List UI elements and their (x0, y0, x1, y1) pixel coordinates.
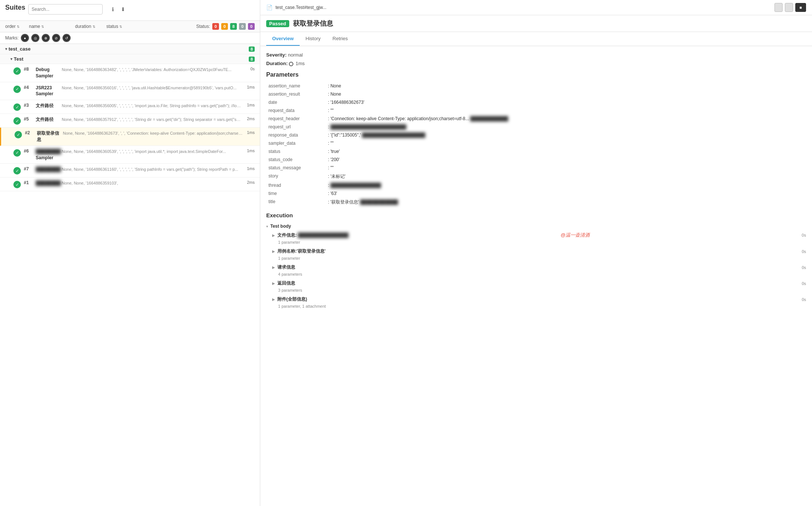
param-row: story : '未标记' (266, 172, 806, 181)
param-key: status (266, 147, 326, 156)
test-num: #6 (24, 148, 36, 154)
test-data: None, None, '1664886361160', ', ', ', ',… (62, 166, 243, 172)
test-num: #8 (24, 67, 36, 72)
param-row: thread : ████████████████ (266, 181, 806, 189)
table-row[interactable]: ✓ #2 获取登录信息 None, None, '1664886362673',… (0, 128, 260, 146)
test-group-header[interactable]: ▾ Test 8 (0, 54, 260, 64)
exec-duration: 0s (802, 233, 806, 237)
suites-title: Suites (5, 4, 25, 12)
exec-item: ▶ 用例名称:'获取登录信息' 0s 1 parameter (272, 247, 806, 260)
exec-name: 附件(全部信息) (277, 296, 307, 302)
suite-chevron: ▾ (5, 47, 7, 51)
exec-duration: 0s (802, 281, 806, 286)
param-key: time (266, 189, 326, 198)
mark-btn-3[interactable]: ⊕ (42, 34, 50, 42)
mark-btn-2[interactable]: ◎ (31, 34, 39, 42)
col-name-label[interactable]: name ⇅ (29, 24, 74, 29)
param-value: : "" (326, 164, 806, 172)
col-order-label[interactable]: order ⇅ (5, 24, 28, 29)
right-top-bar: 📄 test_case.Test#test_gjw... ■ (260, 0, 812, 15)
test-name: 文件路径 (36, 103, 62, 109)
exec-item-header[interactable]: ▶ 文件信息: ████████████████ @温一壶清酒 0s (272, 230, 806, 240)
suite-header[interactable]: ▾ test_case 8 (0, 44, 260, 54)
col-duration-label[interactable]: duration ⇅ (75, 24, 105, 29)
right-panel: 📄 test_case.Test#test_gjw... ■ Passed 获取… (260, 0, 812, 506)
test-data: None, None, '1664886357912', ', ', ', ',… (62, 116, 243, 122)
param-value: : None (326, 90, 806, 98)
test-body-header[interactable]: ▾ Test body (266, 222, 806, 230)
tab-retries[interactable]: Retries (326, 32, 354, 46)
param-key: response_data (266, 131, 326, 139)
exec-sub: 1 parameter (272, 256, 806, 260)
blurred-name: ████████ (36, 148, 61, 155)
test-name: 获取登录信息 (37, 130, 63, 143)
search-input[interactable] (28, 4, 103, 15)
exec-chevron: ▶ (272, 233, 275, 237)
param-row: status : 'true' (266, 147, 806, 156)
passed-badge: Passed (266, 20, 289, 27)
execution-title: Execution (266, 212, 806, 218)
action-btn-3[interactable]: ■ (795, 3, 806, 12)
status-icon: ✓ (13, 181, 21, 188)
exec-duration: 0s (802, 297, 806, 302)
action-btn-2[interactable] (785, 3, 793, 12)
mark-btn-4[interactable]: ⊘ (52, 34, 60, 42)
exec-item-header[interactable]: ▶ 用例名称:'获取登录信息' 0s (272, 247, 806, 256)
duration-label: Duration: (266, 61, 288, 66)
param-key: thread (266, 181, 326, 189)
download-icon[interactable]: ⬇ (119, 5, 127, 13)
exec-item: ▶ 文件信息: ████████████████ @温一壶清酒 0s 1 par… (272, 230, 806, 244)
tab-history[interactable]: History (300, 32, 326, 46)
test-body-label: Test body (270, 224, 291, 229)
mark-btn-1[interactable]: ● (21, 34, 29, 42)
blurred-value: ████████████████████ (362, 132, 425, 138)
test-body-chevron: ▾ (266, 224, 268, 228)
status-badge-red: 0 (212, 23, 219, 30)
table-row[interactable]: ✓ #4 JSR223 Sampler None, None, '1664886… (0, 82, 260, 100)
test-group-count: 8 (249, 57, 255, 62)
exec-item-header[interactable]: ▶ 返回信息 0s (272, 279, 806, 288)
test-title: 获取登录信息 (293, 19, 333, 28)
file-path: test_case.Test#test_gjw... (276, 5, 771, 10)
param-value: : '{"id":"135005",' ████████████████████ (326, 131, 806, 139)
action-btn-1[interactable] (774, 3, 783, 12)
param-key: story (266, 172, 326, 181)
exec-item-header[interactable]: ▶ 请求信息 0s (272, 263, 806, 272)
param-row: title : '获取登录信息' ████████████ (266, 198, 806, 207)
test-data: None, None, '1664886362673', ', ', 'Conn… (63, 130, 243, 135)
exec-sub: 1 parameter, 1 attachment (272, 304, 806, 308)
duration-row: Duration: 1ms (266, 61, 806, 66)
right-title-bar: Passed 获取登录信息 (260, 15, 812, 32)
exec-sub: 1 parameter (272, 240, 806, 244)
status-badge-orange: 0 (221, 23, 228, 30)
status-icon: ✓ (13, 167, 21, 174)
blurred-value: ████████████████ (331, 183, 381, 188)
exec-name: 返回信息 (277, 280, 295, 286)
test-duration: 2ms (243, 116, 255, 121)
blurred-value: ████████████ (360, 199, 398, 205)
exec-name: 用例名称:'获取登录信息' (277, 248, 326, 254)
param-value: : ████████████████████████ (326, 123, 806, 131)
table-row[interactable]: ✓ #5 文件路径 None, None, '1664886357912', '… (0, 114, 260, 128)
tab-overview[interactable]: Overview (266, 32, 300, 46)
blurred-value: ████████████ (470, 116, 508, 121)
left-panel: Suites ℹ ⬇ order ⇅ name ⇅ duration ⇅ sta… (0, 0, 260, 506)
status-badge-green: 8 (230, 23, 237, 30)
test-num: #2 (25, 130, 37, 135)
exec-item-header[interactable]: ▶ 附件(全部信息) 0s (272, 295, 806, 304)
status-icon: ✓ (13, 103, 21, 111)
exec-sub: 3 parameters (272, 288, 806, 292)
table-row[interactable]: ✓ #6 ████████ Sampler None, None, '16648… (0, 146, 260, 164)
duration-value: 1ms (296, 61, 305, 66)
suite-name: test_case (9, 46, 30, 52)
status-bar: Status: 0 0 8 0 0 (196, 23, 255, 30)
table-row[interactable]: ✓ #1 ████████ None, None, '1664886359103… (0, 177, 260, 191)
left-header: Suites ℹ ⬇ (0, 0, 260, 21)
table-row[interactable]: ✓ #3 文件路径 None, None, '1664886356005', '… (0, 100, 260, 114)
param-row: status_message : "" (266, 164, 806, 172)
info-icon[interactable]: ℹ (109, 5, 117, 13)
col-status-label[interactable]: status ⇅ (106, 24, 136, 29)
table-row[interactable]: ✓ #7 ████████ None, None, '1664886361160… (0, 164, 260, 177)
mark-btn-5[interactable]: ↺ (62, 34, 71, 42)
table-row[interactable]: ✓ #8 Debug Sampler None, None, '16648863… (0, 64, 260, 82)
